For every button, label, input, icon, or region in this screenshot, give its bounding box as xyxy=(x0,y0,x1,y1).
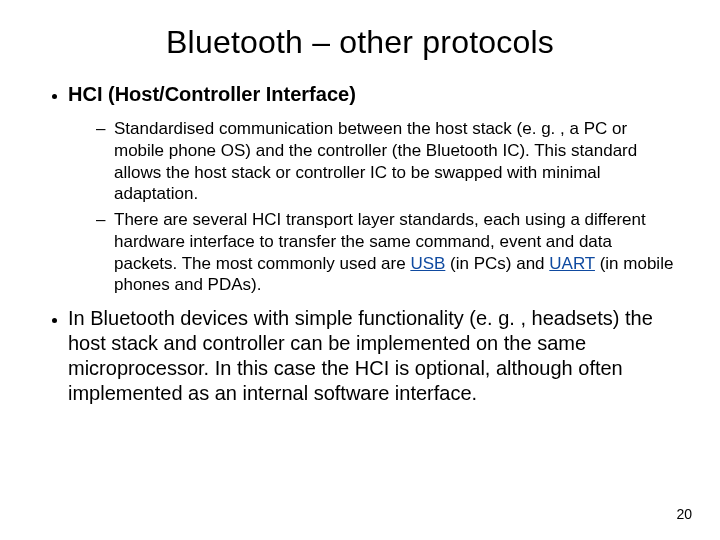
slide-title: Bluetooth – other protocols xyxy=(40,24,680,61)
link-uart[interactable]: UART xyxy=(549,254,595,273)
bullet-hci: HCI (Host/Controller Interface) Standard… xyxy=(68,81,680,296)
sub-bullet-transport-mid: (in PCs) and xyxy=(445,254,549,273)
bullet-simple-devices-text: In Bluetooth devices with simple functio… xyxy=(68,307,653,404)
sub-bullet-transport: There are several HCI transport layer st… xyxy=(96,209,680,296)
link-usb[interactable]: USB xyxy=(410,254,445,273)
page-number: 20 xyxy=(676,506,692,522)
slide: Bluetooth – other protocols HCI (Host/Co… xyxy=(0,0,720,540)
bullet-hci-heading: HCI (Host/Controller Interface) xyxy=(68,83,356,105)
sub-bullet-standardised: Standardised communication between the h… xyxy=(96,118,680,205)
bullet-list-level2: Standardised communication between the h… xyxy=(68,118,680,296)
bullet-simple-devices: In Bluetooth devices with simple functio… xyxy=(68,306,680,406)
bullet-list-level1: HCI (Host/Controller Interface) Standard… xyxy=(40,81,680,406)
